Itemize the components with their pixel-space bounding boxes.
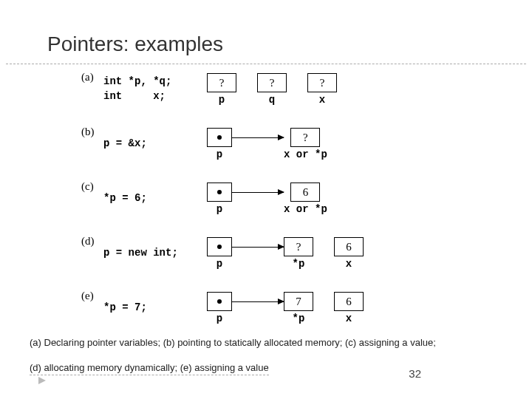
divider bbox=[6, 64, 526, 64]
row-code: *p = 6; bbox=[103, 191, 207, 206]
value-box: ? bbox=[307, 73, 337, 92]
row-diagram: p7*p6x bbox=[207, 292, 466, 324]
caption-line-1: (a) Declaring pointer variables; (b) poi… bbox=[30, 337, 436, 348]
diagram-cell: ?p bbox=[207, 73, 236, 106]
row-letter: (b) bbox=[81, 123, 103, 138]
diagram-cell: 6x bbox=[334, 237, 364, 270]
arrow-icon bbox=[232, 301, 284, 302]
value-box: ? bbox=[257, 73, 287, 92]
row-code: int *p, *q; int x; bbox=[103, 75, 207, 103]
row-code: p = &x; bbox=[103, 137, 207, 151]
value-box: ? bbox=[290, 128, 320, 147]
row-diagram: p?x or *p bbox=[207, 128, 466, 160]
arrow-icon bbox=[232, 137, 284, 138]
diagram-cell: p bbox=[207, 183, 232, 215]
arrow-icon bbox=[232, 247, 284, 248]
pointer-box bbox=[207, 128, 232, 147]
cell-label: p bbox=[216, 258, 222, 270]
dot-icon bbox=[217, 299, 222, 304]
example-row: (a)int *p, *q; int x;?p?q?x bbox=[81, 68, 466, 111]
row-code: *p = 7; bbox=[103, 301, 207, 316]
dot-icon bbox=[217, 245, 222, 249]
caption-line-2-text: (d) allocating memory dynamically; (e) a… bbox=[30, 362, 269, 375]
cell-label: p bbox=[216, 149, 222, 160]
cell-label: *p bbox=[293, 313, 305, 324]
dot-icon bbox=[217, 190, 222, 194]
example-row: (e)*p = 7;p7*p6x bbox=[81, 287, 466, 330]
pointer-box bbox=[207, 183, 232, 202]
page-number: 32 bbox=[409, 367, 421, 380]
arrow-icon bbox=[232, 192, 284, 193]
diagram-cell: ?x bbox=[307, 73, 337, 106]
row-diagram: ?p?q?x bbox=[207, 73, 466, 106]
pointer-box bbox=[207, 292, 232, 311]
diagram-cell: ?q bbox=[257, 73, 287, 106]
pointer-box bbox=[207, 237, 232, 256]
row-diagram: p?*p6x bbox=[207, 237, 466, 270]
row-letter: (c) bbox=[81, 177, 103, 193]
row-diagram: p6x or *p bbox=[207, 183, 466, 215]
cell-label: x bbox=[346, 258, 352, 270]
diagram-cell: 6x bbox=[334, 292, 364, 324]
row-code: p = new int; bbox=[103, 246, 207, 261]
row-letter: (a) bbox=[81, 68, 103, 83]
diagram-cell: p bbox=[207, 292, 232, 324]
diagram-cell: 6x or *p bbox=[284, 183, 327, 215]
examples-area: (a)int *p, *q; int x;?p?q?x(b)p = &x;p?x… bbox=[81, 68, 466, 341]
cell-label: p bbox=[219, 94, 225, 106]
diagram-cell: ?x or *p bbox=[284, 128, 327, 160]
dot-icon bbox=[217, 135, 222, 140]
value-box: 6 bbox=[334, 292, 364, 311]
cell-label: x or *p bbox=[284, 149, 327, 160]
cell-label: x bbox=[319, 94, 325, 106]
bullet-icon bbox=[38, 377, 46, 384]
example-row: (d)p = new int;p?*p6x bbox=[81, 232, 466, 275]
cell-label: p bbox=[216, 203, 222, 215]
example-row: (c)*p = 6;p6x or *p bbox=[81, 177, 466, 220]
caption-line-2: (d) allocating memory dynamically; (e) a… bbox=[30, 362, 269, 375]
row-letter: (d) bbox=[81, 232, 103, 248]
diagram-cell: 7*p bbox=[284, 292, 313, 324]
cell-label: x bbox=[346, 313, 352, 324]
page-title: Pointers: examples bbox=[47, 33, 223, 56]
diagram-cell: p bbox=[207, 128, 232, 160]
value-box: 6 bbox=[290, 183, 320, 202]
example-row: (b)p = &x;p?x or *p bbox=[81, 123, 466, 166]
diagram-cell: p bbox=[207, 237, 232, 270]
cell-label: *p bbox=[293, 258, 305, 270]
cell-label: q bbox=[269, 94, 275, 106]
value-box: ? bbox=[207, 73, 236, 92]
value-box: 7 bbox=[284, 292, 313, 311]
value-box: ? bbox=[284, 237, 313, 256]
diagram-cell: ?*p bbox=[284, 237, 313, 270]
value-box: 6 bbox=[334, 237, 364, 256]
row-letter: (e) bbox=[81, 287, 103, 302]
cell-label: p bbox=[216, 313, 222, 324]
cell-label: x or *p bbox=[284, 203, 327, 215]
